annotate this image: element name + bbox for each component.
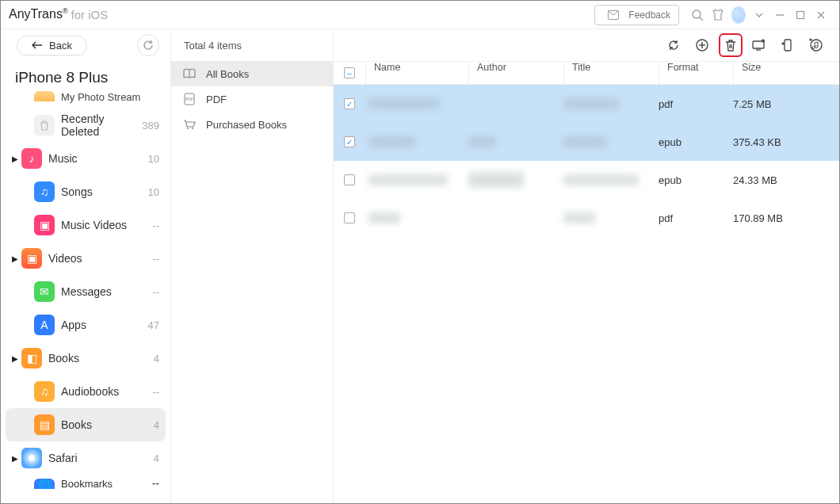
svg-line-2: [700, 17, 703, 21]
sidebar-list: My Photo Stream ▶ Recently Deleted 389 ▶…: [1, 91, 170, 503]
redacted-author: [468, 172, 524, 188]
col-format[interactable]: Format: [659, 62, 733, 84]
sidebar-item-music-videos[interactable]: ▶ ▣ Music Videos --: [1, 208, 170, 242]
sidebar-item-photostream[interactable]: My Photo Stream: [1, 91, 170, 109]
arrow-left-icon: [32, 41, 43, 49]
sidebar-item-bookmarks[interactable]: 🌐 Bookmarks --: [1, 475, 170, 492]
row-size: 24.33 MB: [733, 174, 839, 186]
mail-icon: [606, 8, 620, 22]
row-checkbox[interactable]: [344, 174, 355, 185]
redacted-author: [468, 136, 496, 147]
caret-icon: ▶: [12, 254, 20, 263]
sidebar-item-recently-deleted[interactable]: ▶ Recently Deleted 389: [1, 109, 170, 142]
caret-icon: ▶: [12, 155, 20, 163]
sidebar-item-songs[interactable]: ▶ ♫ Songs 10: [1, 175, 170, 208]
sidebar-item-messages[interactable]: ▶ ✉ Messages --: [1, 275, 170, 308]
svg-point-10: [192, 128, 193, 129]
svg-point-1: [693, 10, 701, 18]
col-title[interactable]: Title: [563, 62, 659, 84]
row-format: epub: [659, 174, 733, 186]
audiobook-icon: ♫: [34, 381, 55, 402]
sidebar-refresh-button[interactable]: [137, 34, 159, 56]
table-row[interactable]: pdf 7.25 MB: [334, 85, 839, 123]
plus-circle-icon: [695, 38, 709, 52]
svg-point-9: [187, 128, 189, 129]
brand-name: AnyTrans: [9, 8, 63, 21]
col-size[interactable]: Size: [733, 62, 839, 84]
account-avatar[interactable]: [731, 8, 746, 22]
to-device-button[interactable]: [776, 33, 800, 57]
feedback-label: Feedback: [628, 10, 670, 21]
to-computer-button[interactable]: [747, 33, 771, 57]
row-checkbox[interactable]: [344, 98, 355, 109]
back-button[interactable]: Back: [17, 36, 87, 55]
search-icon[interactable]: [690, 8, 704, 22]
music-video-icon: ▣: [34, 215, 55, 235]
sidebar: Back iPhone 8 Plus My Photo Stream ▶ Rec…: [1, 29, 171, 503]
trash-icon: [34, 115, 55, 136]
videos-icon: ▣: [21, 248, 42, 269]
caret-icon: ▶: [12, 454, 20, 463]
row-size: 375.43 KB: [733, 136, 839, 148]
to-pc-icon: [751, 39, 767, 52]
delete-button[interactable]: [719, 33, 743, 57]
select-all-checkbox[interactable]: [344, 67, 355, 78]
cart-icon: [182, 117, 197, 132]
refresh-button[interactable]: [662, 33, 685, 57]
messages-icon: ✉: [34, 281, 55, 302]
safari-icon: [21, 448, 42, 468]
songs-icon: ♫: [34, 181, 55, 202]
row-format: epub: [659, 136, 733, 148]
sidebar-item-safari[interactable]: ▶ Safari 4: [1, 441, 170, 475]
minimize-button[interactable]: [773, 8, 787, 22]
refresh-icon: [666, 38, 681, 52]
close-button[interactable]: [814, 8, 828, 22]
row-format: pdf: [659, 212, 733, 224]
redacted-name: [368, 98, 440, 109]
table-row[interactable]: epub 24.33 MB: [334, 161, 839, 199]
to-itunes-button[interactable]: [804, 33, 828, 57]
dropdown-chevron-icon[interactable]: [752, 8, 766, 22]
photostream-icon: [34, 91, 55, 101]
sidebar-item-books[interactable]: ▶ ▤ Books 4: [6, 408, 166, 441]
category-purchased[interactable]: Purchased Books: [171, 112, 333, 137]
row-checkbox[interactable]: [344, 212, 355, 223]
book-open-icon: [182, 67, 197, 81]
sidebar-item-apps[interactable]: ▶ A Apps 47: [1, 308, 170, 342]
content-toolbar: [334, 29, 839, 61]
caret-icon: ▶: [12, 354, 20, 363]
back-label: Back: [49, 40, 72, 52]
table-row[interactable]: pdf 170.89 MB: [334, 199, 839, 237]
col-author[interactable]: Author: [468, 62, 563, 84]
table-body: pdf 7.25 MB epub 375.43 KB epub 24.33 MB: [334, 85, 839, 237]
row-checkbox[interactable]: [344, 136, 355, 147]
app-brand: AnyTrans®: [9, 7, 68, 21]
sidebar-item-videos[interactable]: ▶ ▣ Videos --: [1, 242, 170, 275]
music-icon: ♪: [21, 148, 42, 169]
category-all-books[interactable]: All Books: [171, 61, 333, 86]
brand-reg: ®: [63, 7, 68, 15]
svg-rect-16: [785, 40, 791, 51]
table-row[interactable]: epub 375.43 KB: [334, 123, 839, 161]
redacted-title: [563, 98, 619, 109]
category-pdf[interactable]: PDF PDF: [171, 86, 333, 112]
sidebar-item-audiobooks[interactable]: ▶ ♫ Audiobooks --: [1, 375, 170, 408]
sidebar-item-books-group[interactable]: ▶ ◧ Books 4: [1, 342, 170, 375]
redacted-name: [368, 212, 400, 223]
row-format: pdf: [659, 98, 733, 110]
feedback-button[interactable]: Feedback: [594, 5, 679, 25]
maximize-button[interactable]: [793, 8, 808, 22]
redacted-name: [368, 136, 416, 147]
row-size: 7.25 MB: [733, 98, 839, 110]
svg-rect-4: [797, 11, 804, 18]
redacted-name: [368, 174, 448, 185]
shirt-icon[interactable]: [711, 8, 725, 22]
apps-icon: A: [34, 315, 55, 335]
col-name[interactable]: Name: [365, 62, 468, 84]
redacted-title: [563, 174, 639, 185]
add-button[interactable]: [690, 33, 714, 57]
row-size: 170.89 MB: [733, 212, 839, 224]
svg-text:PDF: PDF: [185, 97, 193, 101]
brand-subtitle: for iOS: [71, 8, 109, 21]
sidebar-item-music[interactable]: ▶ ♪ Music 10: [1, 142, 170, 175]
